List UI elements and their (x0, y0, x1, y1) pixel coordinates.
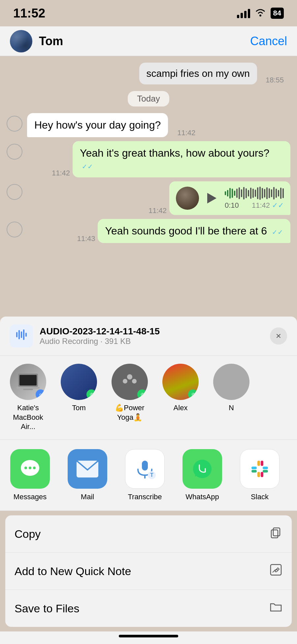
audio-meta: Audio Recording · 391 KB (40, 337, 263, 346)
contacts-row: ⟳ Katie's MacBook Air... ✆ Tom (0, 356, 297, 440)
msg-time-4: 11:43 (77, 234, 95, 243)
voice-bubble: 0:10 11:42 ✓✓ (169, 181, 290, 215)
svg-rect-27 (142, 461, 148, 471)
action-quick-note[interactable]: Add to New Quick Note (5, 553, 292, 590)
home-bar (119, 635, 178, 637)
avatar[interactable] (10, 30, 32, 52)
battery-icon: 84 (271, 8, 284, 19)
svg-point-25 (33, 467, 36, 469)
action-save-files[interactable]: Save to Files (5, 590, 292, 627)
select-circle-4[interactable] (7, 222, 22, 237)
app-label-transcribe: Transcribe (128, 493, 162, 501)
action-note-label: Add to New Quick Note (15, 565, 131, 578)
contact-avatar-macbook: ⟳ (10, 364, 46, 400)
contact-item-alex[interactable]: ✆ Alex (159, 364, 202, 432)
action-copy-label: Copy (15, 528, 41, 540)
contact-avatar-yoga: ✆ (112, 364, 148, 400)
select-circle-3[interactable] (7, 184, 22, 200)
svg-rect-34 (257, 461, 260, 466)
contact-avatar-alex: ✆ (162, 364, 199, 400)
apps-row: Messages Mail T (0, 440, 297, 511)
message-row-incoming: Hey how's your day going? 11:42 (0, 113, 297, 137)
audio-filename: AUDIO-2023-12-14-11-48-15 (40, 326, 263, 337)
svg-point-14 (127, 374, 132, 380)
contact-name: Tom (39, 34, 250, 48)
app-icon-whatsapp (182, 449, 222, 489)
message-row-outgoing-2: 11:43 Yeah sounds good I'll be there at … (0, 219, 297, 243)
contact-name-alex: Alex (174, 403, 188, 413)
note-icon (269, 563, 282, 579)
share-sheet: AUDIO-2023-12-14-11-48-15 Audio Recordin… (0, 317, 297, 644)
app-label-slack: Slack (251, 493, 269, 501)
svg-text:✆: ✆ (191, 392, 195, 397)
contact-avatar-n (213, 364, 249, 400)
waveform-icon (15, 328, 28, 344)
app-mail[interactable]: Mail (63, 449, 112, 501)
svg-point-24 (29, 467, 31, 469)
svg-rect-1 (16, 332, 17, 337)
svg-rect-32 (251, 467, 257, 469)
status-icons: 84 (237, 8, 284, 19)
old-message-time: 18:55 (266, 76, 284, 84)
contact-name-yoga: 💪Power Yoga🧘 (108, 403, 151, 422)
voice-duration: 0:10 (225, 201, 239, 210)
signal-icon (237, 8, 250, 18)
svg-text:✆: ✆ (141, 392, 144, 397)
svg-rect-39 (261, 472, 263, 477)
date-divider: Today (0, 91, 297, 107)
contact-item-n[interactable]: N (210, 364, 253, 432)
play-button[interactable] (204, 190, 220, 206)
contact-item-yoga[interactable]: ✆ 💪Power Yoga🧘 (108, 364, 151, 432)
old-message-bubble: scampi fries on my own (139, 63, 257, 84)
app-icon-mail (68, 449, 107, 489)
select-circle-2[interactable] (7, 144, 22, 160)
waveform: 0:10 11:42 ✓✓ (225, 187, 284, 210)
action-save-label: Save to Files (15, 602, 80, 615)
svg-point-15 (123, 379, 127, 383)
home-indicator (0, 631, 297, 644)
svg-text:✆: ✆ (90, 392, 93, 397)
contact-item-tom[interactable]: ✆ Tom (57, 364, 100, 432)
app-messages[interactable]: Messages (5, 449, 55, 501)
status-bar: 11:52 84 (0, 0, 297, 26)
contact-item-macbook[interactable]: ⟳ Katie's MacBook Air... (7, 364, 50, 432)
select-circle-1[interactable] (7, 116, 22, 132)
app-slack[interactable]: Slack (235, 449, 284, 501)
svg-rect-3 (21, 331, 22, 338)
message-row-outgoing-1: 11:42 Yeah it's great thanks, how about … (0, 141, 297, 177)
whatsapp-badge-alex: ✆ (188, 389, 198, 399)
svg-rect-40 (273, 528, 280, 536)
folder-icon (269, 600, 282, 616)
close-button[interactable]: × (270, 327, 287, 345)
app-icon-slack (240, 449, 280, 489)
svg-rect-36 (263, 467, 268, 469)
action-list: Copy Add to New Quick Note Save to Files (5, 515, 292, 627)
svg-text:⟳: ⟳ (39, 393, 42, 397)
svg-rect-33 (251, 470, 257, 473)
app-label-mail: Mail (81, 493, 94, 501)
contact-name-macbook: Katie's MacBook Air... (7, 403, 50, 432)
svg-rect-4 (23, 329, 24, 340)
check-marks-2: ✓✓ (272, 229, 283, 236)
audio-info: AUDIO-2023-12-14-11-48-15 Audio Recordin… (40, 326, 263, 346)
outgoing-bubble-1: Yeah it's great thanks, how about yours?… (73, 141, 290, 177)
svg-rect-2 (18, 330, 20, 339)
svg-rect-7 (19, 375, 37, 385)
voice-time: 11:42 (148, 206, 167, 215)
action-copy[interactable]: Copy (5, 515, 292, 553)
app-whatsapp[interactable]: WhatsApp (178, 449, 227, 501)
outgoing-bubble-2: Yeah sounds good I'll be there at 6 ✓✓ (98, 219, 290, 243)
app-transcribe[interactable]: T Transcribe (120, 449, 170, 501)
svg-point-16 (132, 379, 137, 383)
audio-file-header: AUDIO-2023-12-14-11-48-15 Audio Recordin… (0, 317, 297, 356)
cancel-button[interactable]: Cancel (250, 34, 287, 48)
chat-header: Tom Cancel (0, 26, 297, 56)
app-icon-transcribe: T (125, 449, 165, 489)
svg-rect-41 (271, 530, 278, 538)
svg-point-0 (259, 15, 261, 16)
app-label-messages: Messages (14, 493, 47, 501)
svg-rect-38 (257, 472, 260, 477)
msg-time-2: 11:42 (52, 169, 70, 177)
svg-rect-5 (25, 333, 27, 337)
contact-name-n: N (229, 403, 234, 413)
